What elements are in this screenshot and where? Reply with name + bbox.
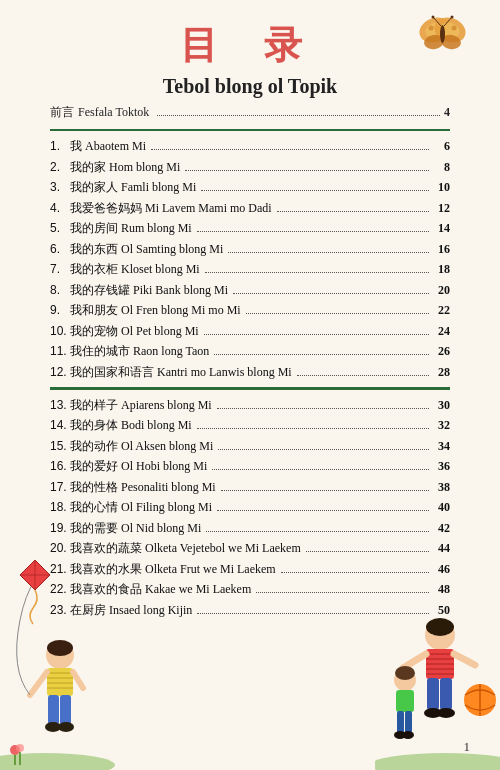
svg-point-10: [451, 16, 454, 19]
toc-entry: 8. 我的存钱罐 Piki Bank blong Mi 20: [50, 281, 450, 299]
svg-point-28: [58, 722, 74, 732]
svg-point-57: [402, 731, 414, 739]
entry-dots: [218, 449, 429, 450]
entry-page: 6: [432, 137, 450, 155]
toc-entry: 18. 我的心情 Ol Filing blong Mi 40: [50, 498, 450, 516]
entry-bislama: Famli blong Mi: [121, 178, 196, 196]
entry-number: 5.: [50, 219, 70, 237]
title-chinese: 目 录: [50, 20, 450, 71]
entry-number: 18.: [50, 498, 70, 516]
entry-bislama: Hom blong Mi: [109, 158, 180, 176]
toc-entry: 17. 我的性格 Pesonaliti blong Mi 38: [50, 478, 450, 496]
entry-dots: [151, 149, 429, 150]
svg-point-34: [375, 753, 500, 770]
entry-number: 3.: [50, 178, 70, 196]
svg-point-19: [47, 640, 73, 656]
toc-entry: 1. 我 Abaotem Mi 6: [50, 137, 450, 155]
entry-page: 22: [432, 301, 450, 319]
svg-rect-54: [397, 711, 404, 733]
title-area: 目 录 Tebol blong ol Topik: [50, 20, 450, 98]
entry-page: 30: [432, 396, 450, 414]
entry-page: 34: [432, 437, 450, 455]
entry-chinese: 我的爱好: [70, 457, 118, 475]
entry-chinese: 我的衣柜: [70, 260, 118, 278]
entry-page: 10: [432, 178, 450, 196]
entry-number: 4.: [50, 199, 70, 217]
entry-number: 7.: [50, 260, 70, 278]
entry-bislama: Ol Filing blong Mi: [121, 498, 212, 516]
entry-chinese: 我: [70, 137, 82, 155]
svg-line-29: [30, 672, 47, 695]
toc-entry: 12. 我的国家和语言 Kantri mo Lanwis blong Mi 28: [50, 363, 450, 381]
foreword-page: 4: [444, 105, 450, 120]
entry-dots: [204, 334, 429, 335]
svg-rect-53: [396, 690, 414, 712]
entry-bislama: Ol Aksen blong Mi: [121, 437, 213, 455]
svg-point-46: [437, 708, 455, 718]
entry-bislama: Apiarens blong Mi: [121, 396, 212, 414]
entry-dots: [214, 354, 429, 355]
entry-page: 36: [432, 457, 450, 475]
entry-dots: [205, 272, 429, 273]
entry-chinese: 我的性格: [70, 478, 118, 496]
entry-bislama: Ol Hobi blong Mi: [121, 457, 207, 475]
page-number: 1: [464, 739, 471, 755]
svg-line-48: [454, 654, 475, 665]
toc-entry: 4. 我爱爸爸妈妈 Mi Lavem Mami mo Dadi 12: [50, 199, 450, 217]
entry-page: 32: [432, 416, 450, 434]
entry-dots: [246, 313, 429, 314]
toc-entry: 16. 我的爱好 Ol Hobi blong Mi 36: [50, 457, 450, 475]
svg-point-8: [432, 16, 435, 19]
entry-page: 12: [432, 199, 450, 217]
entry-number: 17.: [50, 478, 70, 496]
toc-entry: 7. 我的衣柜 Kloset blong Mi 18: [50, 260, 450, 278]
entry-bislama: Raon long Taon: [133, 342, 209, 360]
entry-dots: [217, 408, 429, 409]
entry-number: 12.: [50, 363, 70, 381]
entry-chinese: 我的心情: [70, 498, 118, 516]
toc-entry: 14. 我的身体 Bodi blong Mi 32: [50, 416, 450, 434]
entry-chinese: 我的房间: [70, 219, 118, 237]
entry-chinese: 我的样子: [70, 396, 118, 414]
svg-rect-26: [60, 695, 71, 725]
page: 目 录 Tebol blong ol Topik 前言 Fesfala Tokt…: [0, 0, 500, 770]
toc-entry: 11. 我住的城市 Raon long Taon 26: [50, 342, 450, 360]
entry-bislama: Piki Bank blong Mi: [133, 281, 228, 299]
entry-dots: [228, 252, 429, 253]
toc-section-1: 1. 我 Abaotem Mi 6 2. 我的家 Hom blong Mi 8 …: [50, 137, 450, 381]
entry-chinese: 我的家人: [70, 178, 118, 196]
foreword-chinese: 前言: [50, 104, 74, 121]
entry-dots: [233, 293, 429, 294]
entry-page: 16: [432, 240, 450, 258]
svg-rect-44: [440, 678, 452, 710]
entry-bislama: Kakae we Mi Laekem: [145, 580, 251, 598]
svg-rect-20: [47, 668, 73, 696]
entry-bislama: Abaotem Mi: [85, 137, 146, 155]
svg-line-30: [73, 672, 83, 688]
right-illustration: [375, 530, 500, 770]
toc-entry: 3. 我的家人 Famli blong Mi 10: [50, 178, 450, 196]
entry-number: 15.: [50, 437, 70, 455]
entry-bislama: Rum blong Mi: [121, 219, 192, 237]
svg-rect-43: [427, 678, 439, 710]
entry-number: 2.: [50, 158, 70, 176]
entry-dots: [197, 428, 429, 429]
entry-chinese: 我的宠物: [70, 322, 118, 340]
entry-bislama: Insaed long Kijin: [109, 601, 192, 619]
svg-point-36: [426, 618, 454, 636]
entry-number: 14.: [50, 416, 70, 434]
entry-dots: [197, 231, 429, 232]
entry-number: 6.: [50, 240, 70, 258]
entry-chinese: 我的动作: [70, 437, 118, 455]
entry-dots: [217, 510, 429, 511]
top-divider: [50, 129, 450, 131]
entry-chinese: 我的需要: [70, 519, 118, 537]
toc-entry: 15. 我的动作 Ol Aksen blong Mi 34: [50, 437, 450, 455]
entry-number: 1.: [50, 137, 70, 155]
entry-page: 8: [432, 158, 450, 176]
entry-bislama: Ol Fren blong Mi mo Mi: [121, 301, 241, 319]
entry-number: 16.: [50, 457, 70, 475]
entry-page: 20: [432, 281, 450, 299]
foreword-bislama: Fesfala Toktok: [78, 105, 149, 120]
mid-divider: [50, 387, 450, 390]
